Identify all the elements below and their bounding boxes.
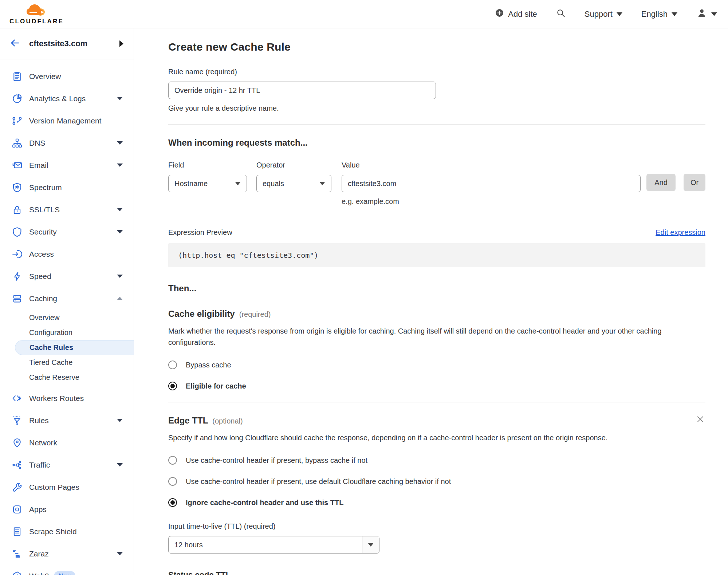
cloudflare-dashboard: CLOUDFLARE Add site Support English	[0, 0, 728, 575]
traffic-icon	[11, 459, 23, 471]
radio-unselected[interactable]	[168, 477, 177, 486]
cloudflare-cloud-icon	[25, 4, 48, 19]
operator-select[interactable]: equals	[256, 175, 331, 192]
then-heading: Then...	[168, 283, 705, 294]
sidebar-item-security[interactable]: Security	[0, 221, 134, 243]
cache-eligibility-heading: Cache eligibility	[168, 309, 235, 319]
document-icon	[11, 526, 23, 537]
sidebar-item-access[interactable]: Access	[0, 243, 134, 265]
chevron-down-icon	[117, 552, 123, 555]
sidebar-item-zaraz[interactable]: Zaraz	[0, 543, 134, 565]
radio-selected[interactable]	[168, 498, 177, 507]
top-header: CLOUDFLARE Add site Support English	[0, 0, 728, 28]
cloudflare-logo[interactable]: CLOUDFLARE	[9, 4, 64, 25]
add-site-label: Add site	[508, 9, 537, 19]
email-icon	[11, 159, 23, 171]
access-icon	[11, 248, 23, 260]
value-input[interactable]	[342, 175, 641, 192]
caching-submenu: Overview Configuration Cache Rules Tiere…	[0, 310, 134, 385]
sidebar-item-email[interactable]: Email	[0, 154, 134, 176]
edge-ttl-heading: Edge TTL	[168, 416, 208, 426]
sidebar-subitem-caching-overview[interactable]: Overview	[0, 310, 134, 325]
close-icon[interactable]	[695, 414, 705, 426]
rule-name-section: Rule name (required) Give your rule a de…	[168, 68, 705, 113]
site-header: cftestsite3.com	[0, 28, 134, 59]
dns-icon	[11, 137, 23, 149]
zaraz-icon	[11, 548, 23, 560]
header-actions: Add site Support English	[495, 8, 717, 21]
back-arrow-icon[interactable]	[9, 38, 20, 50]
expression-preview-label: Expression Preview	[168, 228, 232, 237]
sidebar-item-analytics-logs[interactable]: Analytics & Logs	[0, 87, 134, 110]
edge-ttl-option-default[interactable]: Use cache-control header if present, use…	[168, 477, 705, 486]
sidebar-subitem-cache-rules[interactable]: Cache Rules	[15, 340, 134, 355]
chevron-down-icon	[117, 230, 123, 233]
sidebar: cftestsite3.com Overview Analytics & Log…	[0, 28, 134, 575]
web3-icon	[11, 570, 23, 575]
field-label: Field	[168, 161, 247, 169]
chevron-down-icon	[117, 164, 123, 167]
sidebar-nav: Overview Analytics & Logs Version Manage…	[0, 59, 134, 575]
chevron-down-icon	[117, 141, 123, 145]
add-site-button[interactable]: Add site	[495, 8, 537, 20]
sidebar-item-overview[interactable]: Overview	[0, 65, 134, 87]
chevron-down-icon	[117, 275, 123, 278]
sidebar-item-ssl-tls[interactable]: SSL/TLS	[0, 198, 134, 221]
radio-unselected[interactable]	[168, 361, 177, 369]
rule-name-helper: Give your rule a descriptive name.	[168, 104, 705, 113]
edge-ttl-option-ignore[interactable]: Ignore cache-control header and use this…	[168, 498, 705, 507]
search-icon	[556, 8, 566, 20]
add-site-plus-icon	[495, 8, 504, 20]
chevron-down-icon[interactable]	[362, 536, 379, 553]
chevron-right-icon[interactable]	[119, 40, 123, 47]
version-management-icon	[11, 115, 23, 127]
sidebar-item-speed[interactable]: Speed	[0, 265, 134, 287]
radio-unselected[interactable]	[168, 456, 177, 465]
sidebar-subitem-configuration[interactable]: Configuration	[0, 325, 134, 340]
sidebar-item-traffic[interactable]: Traffic	[0, 454, 134, 476]
or-button[interactable]: Or	[684, 174, 705, 191]
rule-name-input[interactable]	[168, 82, 436, 99]
match-row: Field Hostname Operator equals Value	[168, 161, 705, 206]
account-menu[interactable]	[696, 8, 717, 21]
expression-code: (http.host eq "cftestsite3.com")	[178, 251, 318, 260]
support-menu[interactable]: Support	[585, 9, 622, 19]
sidebar-item-apps[interactable]: Apps	[0, 498, 134, 520]
sidebar-item-version-management[interactable]: Version Management	[0, 110, 134, 132]
search-button[interactable]	[556, 8, 566, 20]
support-label: Support	[585, 9, 613, 19]
expression-code-box: (http.host eq "cftestsite3.com")	[168, 243, 705, 267]
edge-ttl-option-bypass[interactable]: Use cache-control header if present, byp…	[168, 456, 705, 465]
value-hint: e.g. example.com	[342, 197, 641, 206]
sidebar-item-dns[interactable]: DNS	[0, 132, 134, 154]
new-badge: New	[54, 571, 75, 575]
page-title: Create new Cache Rule	[168, 41, 705, 53]
radio-selected[interactable]	[168, 382, 177, 390]
sidebar-item-spectrum[interactable]: Spectrum	[0, 176, 134, 198]
bypass-cache-option[interactable]: Bypass cache	[168, 361, 705, 369]
site-name: cftestsite3.com	[29, 39, 87, 48]
shield-icon	[11, 226, 23, 238]
sidebar-item-custom-pages[interactable]: Custom Pages	[0, 476, 134, 498]
sidebar-item-workers-routes[interactable]: Workers Routes	[0, 387, 134, 409]
code-brackets-icon	[11, 393, 23, 404]
sidebar-subitem-tiered-cache[interactable]: Tiered Cache	[0, 355, 134, 370]
and-button[interactable]: And	[646, 174, 676, 191]
edit-expression-link[interactable]: Edit expression	[656, 228, 705, 237]
sidebar-item-scrape-shield[interactable]: Scrape Shield	[0, 520, 134, 543]
language-menu[interactable]: English	[641, 9, 677, 19]
eligible-for-cache-option[interactable]: Eligible for cache	[168, 382, 705, 390]
chevron-up-icon	[117, 297, 123, 300]
sidebar-item-web3[interactable]: Web3 New	[0, 565, 134, 575]
rule-name-label: Rule name (required)	[168, 68, 705, 76]
cache-eligibility-description: Mark whether the request's response from…	[168, 326, 705, 348]
sidebar-subitem-cache-reserve[interactable]: Cache Reserve	[0, 370, 134, 385]
ttl-select[interactable]: 12 hours	[168, 536, 379, 554]
sidebar-item-caching[interactable]: Caching	[0, 287, 134, 310]
value-label: Value	[342, 161, 641, 169]
sidebar-item-rules[interactable]: Rules	[0, 409, 134, 432]
required-tag: (required)	[239, 310, 271, 319]
sidebar-item-network[interactable]: Network	[0, 432, 134, 454]
field-select[interactable]: Hostname	[168, 175, 247, 192]
chevron-down-icon	[117, 208, 123, 211]
